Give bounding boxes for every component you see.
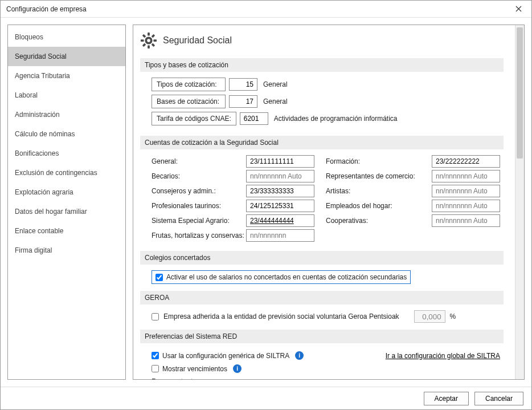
sidebar-item-bonificaciones[interactable]: Bonificaciones xyxy=(8,144,125,163)
cuenta-formacion-label: Formación: xyxy=(326,157,428,165)
cuenta-becarios-input[interactable] xyxy=(246,170,314,182)
bases-cotizacion-desc: General xyxy=(261,98,288,105)
section-header-colegios: Colegios concertados xyxy=(140,251,504,265)
section-colegios: Activar el uso de salarios no concertado… xyxy=(140,270,504,287)
cuenta-hogar-label: Empleados del hogar: xyxy=(326,202,428,210)
sidebar-nav: Bloqueos Seguridad Social Agencia Tribut… xyxy=(7,25,126,380)
close-button[interactable] xyxy=(510,2,527,16)
sidebar-item-seguridad-social[interactable]: Seguridad Social xyxy=(8,47,125,66)
sidebar-item-label: Explotación agraria xyxy=(15,188,73,196)
sidebar-item-label: Firma digital xyxy=(15,246,52,254)
svg-rect-3 xyxy=(141,39,144,42)
sidebar-item-label: Bloqueos xyxy=(15,33,43,41)
red-siltra-checkbox[interactable] xyxy=(152,352,159,359)
cuenta-hogar-input[interactable] xyxy=(432,200,500,212)
svg-rect-8 xyxy=(152,43,155,47)
cuenta-artistas-input[interactable] xyxy=(432,185,500,197)
info-icon[interactable]: i xyxy=(295,351,304,360)
tipos-cotizacion-label: Tipos de cotización: xyxy=(152,78,226,91)
bases-cotizacion-input[interactable] xyxy=(229,95,257,108)
titlebar: Configuración de empresa xyxy=(1,1,531,18)
sidebar-item-label: Exclusión de contingencias xyxy=(15,169,97,177)
cuenta-consejeros-input[interactable] xyxy=(246,185,314,197)
cuenta-artistas-label: Artistas: xyxy=(326,187,428,195)
section-geroa: Empresa adherida a la entidad de previsi… xyxy=(140,310,504,326)
geroa-pct-suffix: % xyxy=(450,312,456,320)
main-content: Seguridad Social Tipos y bases de cotiza… xyxy=(133,25,515,379)
geroa-checkbox[interactable] xyxy=(152,313,159,320)
sidebar-item-bloqueos[interactable]: Bloqueos xyxy=(8,27,125,47)
bases-cotizacion-label: Bases de cotización: xyxy=(152,95,226,108)
tipos-cotizacion-input[interactable] xyxy=(229,78,257,91)
scrollbar-thumb[interactable] xyxy=(517,27,523,159)
geroa-checkbox-label: Empresa adherida a la entidad de previsi… xyxy=(163,312,399,320)
page-header: Seguridad Social xyxy=(140,30,504,55)
section-cuentas: General: Becarios: Consejeros y admin.: … xyxy=(140,155,504,247)
sidebar-item-enlace-contable[interactable]: Enlace contable xyxy=(8,221,125,241)
cuentas-left-col: General: Becarios: Consejeros y admin.: … xyxy=(152,155,314,244)
cnae-label: Tarifa de códigos CNAE: xyxy=(152,112,236,125)
colegios-checkbox[interactable] xyxy=(155,274,163,281)
svg-rect-5 xyxy=(152,34,155,38)
cuenta-formacion-input[interactable] xyxy=(432,155,500,168)
vertical-scrollbar[interactable] xyxy=(515,25,524,379)
accept-button[interactable]: Aceptar xyxy=(424,392,469,405)
cnae-desc: Actividades de programación informática xyxy=(272,115,398,123)
gear-icon xyxy=(140,32,157,49)
section-header-geroa: GEROA xyxy=(140,291,504,305)
cuenta-consejeros-label: Consejeros y admin.: xyxy=(152,187,243,195)
section-header-cuentas: Cuentas de cotización a la Seguridad Soc… xyxy=(140,136,504,149)
cuenta-taurinos-input[interactable] xyxy=(246,200,314,212)
svg-rect-2 xyxy=(148,45,150,48)
geroa-pct-input[interactable] xyxy=(414,310,445,323)
svg-rect-4 xyxy=(153,39,157,42)
sidebar-item-exclusion-contingencias[interactable]: Exclusión de contingencias xyxy=(8,163,125,182)
sidebar-item-label: Cálculo de nóminas xyxy=(15,130,75,138)
sidebar-item-datos-hogar[interactable]: Datos del hogar familiar xyxy=(8,202,125,221)
sidebar-item-label: Laboral xyxy=(15,91,38,99)
cuenta-general-label: General: xyxy=(152,157,243,165)
cancel-button[interactable]: Cancelar xyxy=(474,392,523,405)
dialog-footer: Aceptar Cancelar xyxy=(1,387,531,409)
close-icon xyxy=(515,6,522,12)
sidebar-item-label: Seguridad Social xyxy=(15,52,67,60)
info-icon[interactable]: i xyxy=(233,364,242,373)
window-title: Configuración de empresa xyxy=(6,5,87,13)
sidebar-item-firma-digital[interactable]: Firma digital xyxy=(8,241,125,260)
cuenta-agrario-label: Sistema Especial Agrario: xyxy=(152,217,243,225)
red-vencimientos-label: Mostrar vencimientos xyxy=(162,365,227,373)
cuenta-cooperativas-input[interactable] xyxy=(432,214,500,227)
sidebar-item-label: Datos del hogar familiar xyxy=(15,208,87,216)
section-red: Usar la configuración genérica de SILTRA… xyxy=(140,349,504,379)
svg-point-9 xyxy=(147,39,150,42)
cuenta-agrario-input[interactable] xyxy=(246,214,314,227)
sidebar-item-laboral[interactable]: Laboral xyxy=(8,86,125,105)
siltra-link[interactable]: Ir a la configuración global de SILTRA xyxy=(386,352,500,360)
sidebar-item-calculo-nominas[interactable]: Cálculo de nóminas xyxy=(8,124,125,144)
tipos-cotizacion-desc: General xyxy=(261,80,288,88)
sidebar-item-explotacion-agraria[interactable]: Explotación agraria xyxy=(8,182,125,202)
colegios-checkbox-label: Activar el uso de salarios no concertado… xyxy=(166,273,407,281)
sidebar-item-label: Administración xyxy=(15,111,60,119)
section-header-red: Preferencias del Sistema RED xyxy=(140,330,504,343)
cuenta-frutas-label: Frutas, hortalizas y conservas: xyxy=(152,232,243,239)
cuenta-representantes-label: Representantes de comercio: xyxy=(326,172,428,180)
sidebar-item-agencia-tributaria[interactable]: Agencia Tributaria xyxy=(8,66,125,86)
cuenta-taurinos-label: Profesionales taurinos: xyxy=(152,202,243,210)
cuenta-becarios-label: Becarios: xyxy=(152,172,243,180)
cuenta-representantes-input[interactable] xyxy=(432,170,500,182)
sidebar-item-administracion[interactable]: Administración xyxy=(8,105,125,124)
cuentas-right-col: Formación: Representantes de comercio: A… xyxy=(326,155,500,244)
sidebar-item-label: Agencia Tributaria xyxy=(15,72,70,80)
cuenta-general-input[interactable] xyxy=(246,155,314,168)
red-vencimientos-checkbox[interactable] xyxy=(152,365,159,372)
sidebar-item-label: Enlace contable xyxy=(15,227,63,235)
main-panel: Seguridad Social Tipos y bases de cotiza… xyxy=(133,25,525,380)
company-config-window: Configuración de empresa Bloqueos Seguri… xyxy=(0,0,532,410)
svg-rect-6 xyxy=(142,43,146,47)
cnae-input[interactable] xyxy=(240,112,268,125)
cuenta-frutas-input[interactable] xyxy=(246,229,314,242)
svg-rect-1 xyxy=(148,33,150,36)
dialog-body: Bloqueos Seguridad Social Agencia Tribut… xyxy=(1,18,531,387)
colegios-highlight: Activar el uso de salarios no concertado… xyxy=(152,270,411,284)
